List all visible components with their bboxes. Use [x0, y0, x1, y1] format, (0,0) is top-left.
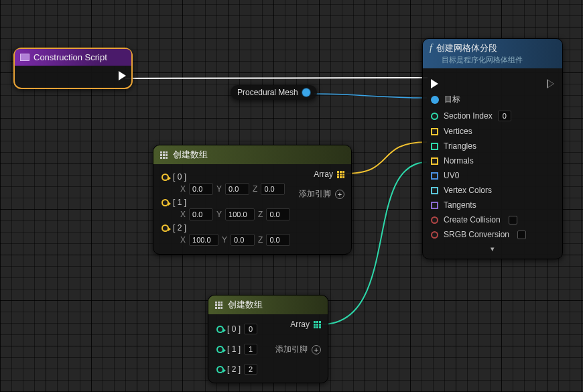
int-in-pin[interactable]	[216, 326, 224, 333]
event-icon	[20, 54, 29, 61]
vector-in-pin[interactable]	[161, 224, 169, 232]
array-icon	[160, 151, 168, 159]
cs-title: Construction Script	[34, 52, 107, 62]
add-pin-button[interactable]: 添加引脚+	[275, 344, 321, 355]
triangles-pin[interactable]	[431, 143, 438, 150]
vector-in-pin[interactable]	[161, 199, 169, 206]
create-collision-pin[interactable]	[431, 216, 438, 224]
add-pin-button[interactable]: 添加引脚+	[299, 188, 344, 200]
fn-subtitle: 目标是程序化网格体组件	[430, 55, 556, 65]
array-output[interactable]: Array	[314, 170, 344, 179]
target-pin[interactable]	[431, 96, 439, 104]
int-in-pin[interactable]	[216, 366, 224, 373]
int-in-pin[interactable]	[216, 346, 224, 353]
procedural-mesh-variable[interactable]: Procedural Mesh	[231, 85, 317, 100]
fn-title: 创建网格体分段	[436, 42, 497, 54]
exec-out-pin[interactable]	[547, 79, 554, 88]
vertex-colors-pin[interactable]	[431, 187, 438, 194]
construction-script-node[interactable]: Construction Script	[13, 48, 133, 89]
array-output[interactable]: Array	[290, 320, 321, 329]
create-mesh-section-node[interactable]: f创建网格体分段 目标是程序化网格体组件 目标 Section Index0 V…	[422, 38, 563, 259]
srgb-checkbox[interactable]	[517, 231, 526, 239]
make-array-int-node[interactable]: 创建数组 Array 添加引脚+ [ 0 ]0 [ 1 ]1 [ 2 ]2	[208, 295, 328, 383]
vector-in-pin[interactable]	[161, 174, 169, 181]
exec-out-pin[interactable]	[119, 71, 126, 80]
tangents-pin[interactable]	[431, 202, 438, 209]
object-out-pin[interactable]	[302, 88, 310, 96]
create-collision-checkbox[interactable]	[509, 216, 517, 224]
array-title: 创建数组	[228, 299, 263, 311]
exec-in-pin[interactable]	[431, 79, 438, 88]
srgb-pin[interactable]	[431, 231, 438, 239]
vertices-pin[interactable]	[431, 128, 438, 135]
plus-icon: +	[312, 345, 321, 354]
array-title: 创建数组	[173, 149, 208, 161]
array-icon	[215, 302, 222, 309]
expand-chevron-icon[interactable]: ▾	[431, 245, 554, 253]
uv0-pin[interactable]	[431, 172, 438, 180]
plus-icon: +	[335, 190, 344, 199]
function-icon: f	[430, 43, 432, 54]
make-array-vector-node[interactable]: 创建数组 Array 添加引脚+ [ 0 ] X0.0Y0.0Z0.0 [ 1 …	[153, 145, 352, 255]
var-label: Procedural Mesh	[237, 88, 298, 97]
normals-pin[interactable]	[431, 157, 438, 165]
section-index-pin[interactable]	[431, 113, 438, 120]
